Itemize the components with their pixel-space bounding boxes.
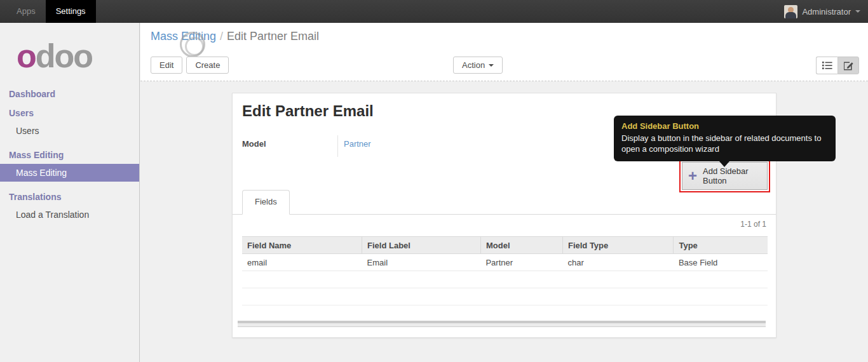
table-header-row: Field Name Field Label Model Field Type …: [242, 237, 768, 254]
user-name: Administrator: [802, 7, 851, 17]
table-empty-row: [242, 271, 768, 288]
logo-accent-letter: o: [17, 37, 36, 74]
column-header-field-name[interactable]: Field Name: [242, 237, 362, 254]
add-sidebar-button-label: Add Sidebar Button: [703, 166, 761, 185]
action-button[interactable]: Action: [453, 57, 503, 74]
form-title: Edit Partner Email: [242, 102, 374, 120]
form-buttons: Edit Create: [151, 57, 229, 74]
fields-table: Field Name Field Label Model Field Type …: [242, 236, 768, 305]
column-header-type[interactable]: Type: [674, 237, 768, 254]
action-dropdown: Action: [453, 57, 503, 74]
avatar: [784, 5, 797, 18]
field-separator: [337, 135, 338, 157]
tooltip-body: Display a button in the sidebar of relat…: [621, 133, 828, 154]
model-value-link[interactable]: Partner: [344, 139, 371, 149]
sidebar-section-mass-editing: Mass Editing Mass Editing: [0, 146, 139, 182]
notebook-tabs: Fields: [233, 190, 776, 215]
tooltip: Add Sidebar Button Display a button in t…: [614, 116, 836, 161]
model-field-label: Model: [242, 139, 266, 149]
breadcrumb-parent-link[interactable]: Mass Editing: [151, 30, 216, 43]
sidebar-item-mass-editing[interactable]: Mass Editing: [0, 164, 139, 182]
sidebar-section-users: Users Users: [0, 104, 139, 140]
sidebar-item-load-a-translation[interactable]: Load a Translation: [0, 206, 139, 224]
sidebar-section-dashboard: Dashboard: [0, 85, 139, 103]
form-view-button[interactable]: [837, 57, 859, 74]
tooltip-arrow: [719, 161, 729, 167]
sidebar: odoo Dashboard Users Users Mass Editing …: [0, 23, 140, 362]
logo-rest: doo: [36, 37, 92, 74]
topbar-tab-apps[interactable]: Apps: [6, 0, 46, 23]
cell-type: Base Field: [674, 254, 768, 271]
page: Apps Settings Administrator odoo Dashboa…: [0, 0, 868, 362]
create-button[interactable]: Create: [186, 57, 229, 74]
breadcrumb-separator: /: [216, 30, 227, 43]
cell-model: Partner: [480, 254, 562, 271]
plus-icon: +: [688, 170, 697, 182]
breadcrumb-current: Edit Partner Email: [227, 30, 319, 43]
chevron-down-icon: [489, 64, 494, 67]
odoo-logo[interactable]: odoo: [0, 23, 139, 84]
tooltip-title: Add Sidebar Button: [621, 121, 828, 131]
sidebar-section-translations: Translations Load a Translation: [0, 188, 139, 224]
sidebar-heading-translations[interactable]: Translations: [0, 188, 139, 206]
sidebar-heading-users[interactable]: Users: [0, 104, 139, 122]
action-button-label: Action: [462, 60, 485, 70]
cell-field-type: char: [562, 254, 673, 271]
column-header-field-type[interactable]: Field Type: [562, 237, 673, 254]
view-switcher: [816, 57, 859, 74]
topbar: Apps Settings Administrator: [0, 0, 868, 23]
cell-field-name: email: [242, 254, 362, 271]
control-panel: Mass Editing/Edit Partner Email Edit Cre…: [140, 23, 868, 81]
horizontal-scrollbar[interactable]: [238, 321, 766, 327]
cell-field-label: Email: [362, 254, 481, 271]
breadcrumb: Mass Editing/Edit Partner Email: [151, 30, 319, 43]
table-row[interactable]: email Email Partner char Base Field: [242, 254, 768, 271]
sidebar-item-users[interactable]: Users: [0, 122, 139, 140]
pager: 1-1 of 1: [740, 220, 766, 229]
list-icon: [822, 61, 832, 70]
user-menu[interactable]: Administrator: [784, 0, 860, 23]
chevron-down-icon: [855, 10, 860, 13]
edit-button[interactable]: Edit: [151, 57, 182, 74]
edit-form-icon: [844, 61, 853, 70]
sidebar-heading-dashboard[interactable]: Dashboard: [0, 85, 139, 103]
column-header-field-label[interactable]: Field Label: [362, 237, 481, 254]
sidebar-heading-mass-editing[interactable]: Mass Editing: [0, 146, 139, 164]
topbar-tab-settings[interactable]: Settings: [46, 0, 96, 23]
table-empty-row: [242, 288, 768, 305]
tab-fields[interactable]: Fields: [242, 190, 290, 215]
list-view-button[interactable]: [816, 57, 837, 74]
column-header-model[interactable]: Model: [480, 237, 562, 254]
scrollbar-thumb[interactable]: [238, 321, 766, 323]
avatar-body: [785, 12, 796, 18]
